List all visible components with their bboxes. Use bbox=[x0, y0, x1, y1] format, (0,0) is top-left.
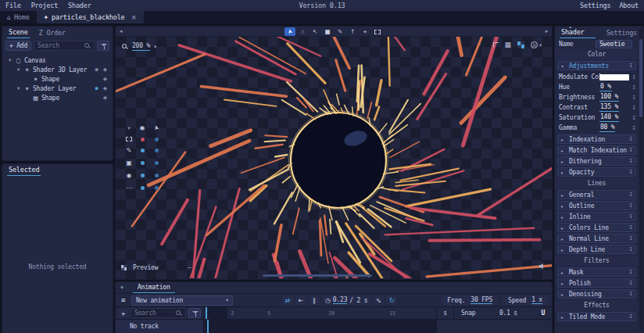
reset-default-icon[interactable]: ↧ bbox=[628, 224, 633, 231]
tab-selected[interactable]: Selected bbox=[7, 166, 41, 176]
visibility-icon[interactable]: ◈ bbox=[103, 86, 107, 91]
expander-icon[interactable]: ▾ bbox=[7, 57, 13, 63]
property-value[interactable]: 100 % bbox=[599, 93, 619, 102]
tab-animation[interactable]: Animation bbox=[133, 284, 175, 293]
reset-default-icon[interactable]: ↧ bbox=[628, 158, 633, 164]
reset-default-icon[interactable]: ↧ bbox=[628, 313, 633, 320]
group-normal-line[interactable]: ▸Normal Line↧ bbox=[557, 234, 636, 243]
tab-document[interactable]: ✦ particles_blackhole × bbox=[37, 11, 144, 23]
time-display[interactable]: ◷ 0.23 / 2 s bbox=[322, 295, 370, 305]
track-filter-button[interactable] bbox=[188, 308, 201, 318]
reset-default-icon[interactable]: ↧ bbox=[631, 74, 636, 81]
snap-value[interactable]: 0.1 s bbox=[499, 310, 517, 317]
reset-default-icon[interactable]: ↧ bbox=[628, 192, 633, 198]
group-denoising[interactable]: ▸Denoising↧ bbox=[557, 289, 636, 299]
reset-default-icon[interactable]: ↧ bbox=[628, 136, 633, 142]
chevron-down-icon[interactable]: ▾ bbox=[154, 44, 156, 50]
animation-select[interactable]: New animation ▾ bbox=[131, 295, 233, 306]
menu-icon[interactable]: ≡ bbox=[118, 296, 128, 304]
shape-tool[interactable]: ■ bbox=[322, 27, 333, 36]
playhead-flag[interactable] bbox=[206, 307, 227, 319]
move-tool[interactable]: ↖ bbox=[309, 27, 320, 36]
volume-icon[interactable] bbox=[538, 263, 546, 271]
reset-default-icon[interactable]: ↧ bbox=[628, 246, 633, 252]
reset-default-icon[interactable]: ↧ bbox=[628, 269, 633, 275]
group-mask[interactable]: ▸Mask↧ bbox=[557, 267, 636, 277]
property-value[interactable]: 0 % bbox=[599, 83, 612, 91]
filter-button[interactable] bbox=[97, 41, 109, 51]
tab-settings[interactable]: Settings bbox=[605, 29, 639, 38]
solo-icon[interactable]: ▪ bbox=[95, 86, 98, 91]
group-general[interactable]: ▸General↧ bbox=[557, 190, 636, 199]
collapse-left-icon[interactable]: ◂ bbox=[120, 28, 122, 34]
zoom-control[interactable]: 200 % ▾ bbox=[122, 42, 156, 51]
collapse-panel-icon[interactable]: ▾ bbox=[116, 285, 128, 293]
reset-default-icon[interactable]: ↧ bbox=[628, 202, 633, 209]
expand-button[interactable]: ↔ bbox=[373, 295, 384, 305]
brush-icon[interactable]: ✎ bbox=[127, 147, 132, 154]
group-inline[interactable]: ▸Inline↧ bbox=[557, 212, 636, 221]
tab-layer-shader[interactable]: Layer Shader bbox=[560, 26, 596, 38]
reset-default-icon[interactable]: ↧ bbox=[628, 291, 633, 297]
group-colors-line[interactable]: ▸Colors Line↧ bbox=[557, 223, 636, 232]
group-outline[interactable]: ▸Outline↧ bbox=[557, 201, 636, 210]
pause-button[interactable]: ∥ bbox=[309, 295, 320, 305]
group-polish[interactable]: ▸Polish↧ bbox=[557, 278, 636, 288]
visibility-icon[interactable]: ◈ bbox=[103, 67, 107, 73]
reset-default-icon[interactable]: ↧ bbox=[631, 84, 636, 91]
playhead[interactable] bbox=[207, 320, 209, 333]
reset-default-icon[interactable]: ↧ bbox=[628, 63, 633, 69]
pan-tool[interactable]: ☝ bbox=[297, 27, 308, 36]
horizontal-scrollbar[interactable] bbox=[263, 274, 372, 277]
snap-control[interactable]: Snap 0.1 s U bbox=[454, 307, 552, 319]
timeline-lane[interactable] bbox=[204, 320, 437, 333]
toggle-dot[interactable] bbox=[155, 138, 159, 141]
current-time-value[interactable]: 0.23 bbox=[333, 296, 347, 304]
group-depth-line[interactable]: ▸Depth Line↧ bbox=[557, 245, 636, 254]
property-value[interactable]: 135 % bbox=[599, 103, 619, 112]
property-value[interactable]: 80 % bbox=[599, 124, 615, 132]
close-icon[interactable]: × bbox=[131, 13, 137, 21]
eye-icon[interactable]: ◉ bbox=[127, 172, 132, 179]
select-tool[interactable]: ➤ bbox=[284, 27, 295, 36]
menu-settings[interactable]: Settings bbox=[580, 2, 610, 9]
collapse-right-icon[interactable]: ▸ bbox=[546, 28, 548, 34]
visibility-icon[interactable]: ◈ bbox=[103, 77, 107, 82]
reset-default-icon[interactable]: ↧ bbox=[628, 235, 633, 242]
target-tool[interactable]: ⌖ bbox=[360, 27, 370, 36]
group-tiled-mode[interactable]: ▸Tiled Mode↧ bbox=[557, 312, 636, 321]
speed-value[interactable]: 1 x bbox=[531, 296, 542, 304]
property-value[interactable]: 140 % bbox=[599, 113, 619, 122]
group-dithering[interactable]: ▸Dithering↧ bbox=[557, 156, 636, 166]
speed-control[interactable]: Speed 1 x bbox=[503, 295, 548, 306]
toggle-dot[interactable] bbox=[155, 174, 159, 177]
frequency-control[interactable]: Freq. 30 FPS bbox=[442, 295, 498, 306]
toggle-dot[interactable] bbox=[141, 186, 145, 190]
square-icon[interactable] bbox=[126, 137, 132, 141]
frame-icon[interactable] bbox=[493, 42, 499, 48]
timeline-ruler[interactable]: 1510520 bbox=[204, 307, 437, 319]
tree-item-shape[interactable]: ✶Shape◈ bbox=[4, 74, 111, 84]
units-menu[interactable]: U ▾ bbox=[531, 41, 542, 48]
menu-file[interactable]: File bbox=[5, 2, 21, 9]
canvas-viewport[interactable]: 200 % ▾ ▦ U ▾ ▾◉➤✎▣◉⋯ Preview – bbox=[115, 37, 553, 280]
menu-project[interactable]: Project bbox=[31, 2, 58, 9]
toggle-dot[interactable] bbox=[155, 149, 159, 152]
reset-default-icon[interactable]: ↧ bbox=[631, 125, 636, 131]
toggle-dot[interactable] bbox=[141, 149, 145, 152]
inspector-scrollbar-thumb[interactable] bbox=[639, 39, 642, 117]
draw-tool[interactable]: ✎ bbox=[335, 27, 345, 36]
solo-icon[interactable]: ▪ bbox=[95, 67, 98, 73]
toggle-dot[interactable] bbox=[141, 174, 145, 177]
marquee-tool[interactable] bbox=[372, 27, 383, 36]
tree-item-shader-layer[interactable]: ▾✶Shader Layer▪◈ bbox=[4, 84, 111, 93]
menu-about[interactable]: About bbox=[619, 2, 639, 9]
tree-item-shape[interactable]: ▦Shape◈ bbox=[4, 93, 111, 102]
expander-icon[interactable]: ▾ bbox=[16, 66, 21, 73]
reset-default-icon[interactable]: ↧ bbox=[628, 213, 633, 220]
tree-item-canvas[interactable]: ▾◻Canvas bbox=[4, 56, 111, 65]
minimize-icon[interactable]: – bbox=[188, 264, 191, 271]
add-track-button[interactable]: + bbox=[118, 309, 128, 318]
expander-icon[interactable]: ▾ bbox=[16, 85, 21, 91]
reset-default-icon[interactable]: ↧ bbox=[628, 147, 633, 153]
